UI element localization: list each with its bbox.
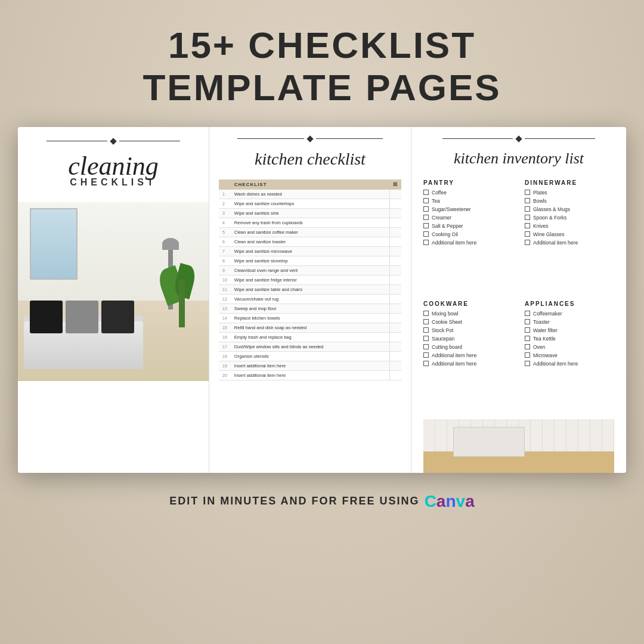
page-wrapper: 15+ CHECKLIST TEMPLATE PAGES cleaning CH… [0, 0, 644, 644]
page3-header: kitchen inventory list [423, 137, 614, 171]
table-row: 6 Clean and sanitize toaster [219, 237, 401, 246]
row-num: 17 [219, 342, 231, 351]
row-text: Wipe and sanitize stovetop [231, 256, 389, 265]
item-checkbox[interactable] [423, 327, 429, 333]
row-text: Sweep and mop floor [231, 304, 389, 313]
table-row: 10 Wipe and sanitize fridge interior [219, 275, 401, 284]
item-checkbox[interactable] [525, 311, 530, 316]
row-num: 8 [219, 256, 231, 265]
item-checkbox[interactable] [423, 223, 429, 228]
table-row: 12 Vacuum/shake out rug [219, 294, 401, 304]
item-checkbox[interactable] [525, 206, 530, 212]
appliances-heading: APPLIANCES [525, 301, 614, 307]
page1-top: cleaning CHECKLIST [18, 127, 209, 196]
table-row: 14 Replace kitchen towels [219, 313, 401, 323]
row-check [389, 294, 401, 304]
row-text: Clean and sanitize toaster [231, 237, 389, 246]
item-checkbox[interactable] [423, 240, 429, 245]
item-checkbox[interactable] [423, 231, 429, 237]
item-label: Additional item here [533, 240, 578, 246]
row-check [389, 237, 401, 246]
inventory-item: Additional item here [525, 361, 614, 367]
row-num: 2 [219, 199, 231, 208]
row-text: Wipe and sanitize sink [231, 208, 389, 218]
table-row: 16 Empty trash and replace bag [219, 332, 401, 342]
row-num: 7 [219, 246, 231, 256]
item-checkbox[interactable] [525, 240, 530, 245]
item-checkbox[interactable] [525, 231, 530, 237]
lr-cushion2 [66, 301, 98, 333]
inventory-item: Tea Kettle [525, 336, 614, 342]
row-num: 10 [219, 275, 231, 284]
kitchen-checklist-title: kitchen checklist [255, 150, 366, 169]
inventory-item: Spoon & Forks [525, 215, 614, 221]
inventory-item: Water filter [525, 327, 614, 333]
kitchen-image [423, 419, 614, 473]
row-check [389, 284, 401, 294]
item-checkbox[interactable] [423, 206, 429, 212]
row-text: Remove any trash from cupboards [231, 218, 389, 227]
inventory-item: Creamer [423, 215, 513, 221]
item-checkbox[interactable] [423, 198, 429, 203]
item-checkbox[interactable] [525, 190, 530, 195]
item-checkbox[interactable] [525, 327, 530, 333]
inventory-item: Plates [525, 190, 614, 196]
table-row: 20 Insert additional item here [219, 370, 401, 380]
inventory-item: Additional item here [525, 240, 614, 246]
row-text: Clean and sanitize coffee maker [231, 227, 389, 237]
item-checkbox[interactable] [423, 190, 429, 195]
item-checkbox[interactable] [423, 361, 429, 366]
table-row: 5 Clean and sanitize coffee maker [219, 227, 401, 237]
table-row: 7 Wipe and sanitize microwave [219, 246, 401, 256]
divider-line-right-3 [525, 138, 595, 139]
item-checkbox[interactable] [525, 361, 530, 366]
item-checkbox[interactable] [423, 319, 429, 324]
kitchen-inventory-title: kitchen inventory list [454, 150, 584, 168]
row-num: 11 [219, 284, 231, 294]
row-num: 20 [219, 370, 231, 380]
divider-line-right [119, 141, 180, 141]
item-label: Bowls [533, 198, 547, 204]
table-row: 9 Clean/dust oven range and vent [219, 265, 401, 275]
row-num: 13 [219, 304, 231, 313]
kitchen-stove [453, 427, 525, 457]
divider-line-left-2 [237, 138, 304, 139]
lr-cushion3 [101, 301, 134, 333]
item-checkbox[interactable] [525, 223, 530, 228]
row-check [389, 199, 401, 208]
item-checkbox[interactable] [423, 311, 429, 316]
table-row: 18 Organize utensils [219, 351, 401, 361]
table-row: 13 Sweep and mop floor [219, 304, 401, 313]
item-checkbox[interactable] [525, 319, 530, 324]
row-check [389, 332, 401, 342]
inventory-item: Sugar/Sweetener [423, 206, 513, 212]
item-checkbox[interactable] [525, 352, 530, 358]
item-checkbox[interactable] [525, 344, 530, 349]
footer: EDIT IN MINUTES AND FOR FREE USING Canva [169, 492, 474, 511]
row-text: Clean/dust oven range and vent [231, 265, 389, 275]
item-checkbox[interactable] [525, 215, 530, 220]
item-checkbox[interactable] [423, 352, 429, 358]
item-label: Stock Pot [432, 327, 453, 333]
item-checkbox[interactable] [423, 215, 429, 220]
item-checkbox[interactable] [525, 336, 530, 341]
item-checkbox[interactable] [525, 198, 530, 203]
row-check [389, 265, 401, 275]
row-num: 16 [219, 332, 231, 342]
item-checkbox[interactable] [423, 336, 429, 341]
inventory-item: Cookie Sheet [423, 319, 513, 325]
item-label: Sugar/Sweetener [432, 206, 471, 212]
row-check [389, 275, 401, 284]
page-cover: cleaning CHECKLIST [18, 127, 209, 473]
table-row: 2 Wipe and sanitize countertops [219, 199, 401, 208]
row-check [389, 227, 401, 237]
inventory-item: Salt & Pepper [423, 223, 513, 229]
footer-text: EDIT IN MINUTES AND FOR FREE USING [169, 495, 419, 507]
item-checkbox[interactable] [423, 344, 429, 349]
row-text: Wipe and sanitize countertops [231, 199, 389, 208]
cleaning-serif-text: CHECKLIST [68, 177, 159, 188]
cover-image [18, 202, 209, 381]
item-label: Cookie Sheet [432, 319, 462, 325]
item-label: Glasses & Mugs [533, 206, 570, 212]
item-label: Water filter [533, 327, 558, 333]
